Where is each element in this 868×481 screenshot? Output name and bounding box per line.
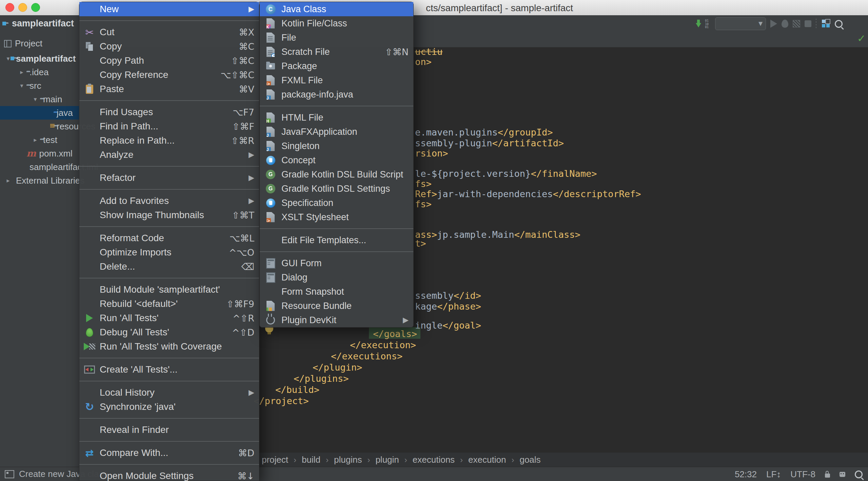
menu-item-open-module-settings[interactable]: Open Module Settings⌘↓ xyxy=(79,469,259,481)
run-configuration-select[interactable] xyxy=(715,17,766,30)
menu-item-label: Find in Path... xyxy=(100,121,158,132)
submenu-item-plugin-devkit[interactable]: Plugin DevKit▶ xyxy=(260,313,413,327)
tree-item-resources[interactable]: resources xyxy=(0,120,79,133)
menu-item-find-in-path[interactable]: Find in Path...⇧⌘F xyxy=(79,119,259,133)
menu-item-label: Compare With... xyxy=(100,447,168,458)
menu-item-run-all-tests[interactable]: Run 'All Tests'^⇧R xyxy=(79,311,259,325)
menu-item-copy[interactable]: Copy⌘C xyxy=(79,39,259,54)
submenu-item-gradle-kotlin-dsl-build-script[interactable]: Gradle Kotlin DSL Build Script xyxy=(260,167,413,182)
status-search-icon[interactable] xyxy=(855,470,863,478)
tree-item-external-libraries[interactable]: ▸External Libraries xyxy=(0,174,79,187)
update-project-icon[interactable]: 01 10 01 xyxy=(696,18,711,29)
menu-item-synchronize-java[interactable]: Synchronize 'java' xyxy=(79,400,259,414)
chevron-down-icon[interactable]: ▾ xyxy=(17,82,26,89)
menu-separator xyxy=(79,222,259,231)
submenu-item-dialog[interactable]: Dialog xyxy=(260,270,413,285)
shortcut-label: ⇧⌘N xyxy=(385,47,409,57)
gradle-icon xyxy=(260,184,281,193)
menu-item-refactor[interactable]: Refactor▶ xyxy=(79,171,259,185)
menu-item-compare-with[interactable]: Compare With...⌘D xyxy=(79,446,259,460)
menu-item-new[interactable]: New▶ xyxy=(79,2,259,16)
submenu-item-package[interactable]: Package xyxy=(260,59,413,73)
coverage-icon[interactable] xyxy=(793,20,800,27)
submenu-item-java-class[interactable]: Java Class xyxy=(260,2,413,16)
run-icon[interactable] xyxy=(770,20,777,28)
shortcut-label: ⌘↓ xyxy=(237,471,254,481)
breadcrumb-item-plugins[interactable]: plugins xyxy=(334,455,362,465)
debug-icon[interactable] xyxy=(782,20,788,28)
menu-item-optimize-imports[interactable]: Optimize Imports^⌥O xyxy=(79,245,259,259)
project-structure-icon[interactable] xyxy=(821,19,830,28)
breadcrumb-item-plugin[interactable]: plugin xyxy=(375,455,399,465)
tree-item-main[interactable]: ▾main xyxy=(0,92,79,106)
submenu-item-javafxapplication[interactable]: JJavaFXApplication xyxy=(260,125,413,139)
submenu-item-xslt-stylesheet[interactable]: <>XSLT Stylesheet xyxy=(260,210,413,224)
line-separator[interactable]: LF↕ xyxy=(766,469,781,480)
chevron-right-icon[interactable]: ▸ xyxy=(3,177,13,184)
menu-item-reveal-in-finder[interactable]: Reveal in Finder xyxy=(79,423,259,437)
tree-item-sampleartifact-iml[interactable]: sampleartifact.iml xyxy=(0,160,79,174)
chevron-down-icon[interactable]: ▾ xyxy=(31,96,40,103)
tree-item-java[interactable]: java xyxy=(0,106,79,120)
tree-item-src[interactable]: ▾src xyxy=(0,79,79,92)
chevron-right-icon[interactable]: ▸ xyxy=(31,136,40,144)
breadcrumb-item-goals[interactable]: goals xyxy=(519,455,540,465)
menu-item-find-usages[interactable]: Find Usages⌥F7 xyxy=(79,105,259,119)
chevron-right-icon[interactable]: ▸ xyxy=(17,68,26,76)
menu-separator xyxy=(260,247,413,256)
menu-item-replace-in-path[interactable]: Replace in Path...⇧⌘R xyxy=(79,133,259,148)
menu-item-local-history[interactable]: Local History▶ xyxy=(79,385,259,400)
breadcrumb-item-executions[interactable]: executions xyxy=(413,455,455,465)
submenu-item-singleton[interactable]: JSingleton xyxy=(260,139,413,153)
menu-item-reformat-code[interactable]: Reformat Code⌥⌘L xyxy=(79,231,259,245)
breadcrumb-item-build[interactable]: build xyxy=(302,455,320,465)
menu-item-paste[interactable]: Paste⌘V xyxy=(79,82,259,96)
lock-icon[interactable] xyxy=(825,474,830,478)
menu-item-build-module-sampleartifact[interactable]: Build Module 'sampleartifact' xyxy=(79,283,259,297)
breadcrumb-item-project[interactable]: project xyxy=(262,455,288,465)
java-file-icon: J xyxy=(260,141,281,151)
menu-item-copy-reference[interactable]: Copy Reference⌥⇧⌘C xyxy=(79,68,259,82)
menu-item-create-all-tests[interactable]: Create 'All Tests'... xyxy=(79,362,259,377)
menu-item-label: Create 'All Tests'... xyxy=(100,364,178,375)
submenu-item-kotlin-file-class[interactable]: KKotlin File/Class xyxy=(260,16,413,30)
menu-item-show-image-thumbnails[interactable]: Show Image Thumbnails⇧⌘T xyxy=(79,208,259,222)
menu-item-rebuild-default[interactable]: Rebuild '<default>'⇧⌘F9 xyxy=(79,297,259,311)
submenu-item-gui-form[interactable]: GUI Form xyxy=(260,256,413,270)
submenu-item-scratch-file[interactable]: Scratch File⇧⌘N xyxy=(260,45,413,59)
menu-item-copy-path[interactable]: Copy Path⇧⌘C xyxy=(79,54,259,68)
tree-item-test[interactable]: ▸test xyxy=(0,133,79,147)
submenu-item-package-info-java[interactable]: Jpackage-info.java xyxy=(260,87,413,102)
toolwindow-toggle-icon[interactable] xyxy=(5,470,14,478)
submenu-item-html-file[interactable]: HHTML File xyxy=(260,110,413,125)
submenu-item-concept[interactable]: Concept xyxy=(260,153,413,167)
submenu-item-fxml-file[interactable]: <>FXML File xyxy=(260,73,413,87)
menu-item-label: JavaFXApplication xyxy=(281,127,357,137)
inspection-ok-icon[interactable]: ✓ xyxy=(857,33,866,44)
project-panel-header[interactable]: Project xyxy=(4,38,42,49)
submenu-item-resource-bundle[interactable]: Resource Bundle xyxy=(260,299,413,313)
search-everywhere-icon[interactable] xyxy=(835,20,843,28)
breadcrumb-item-execution[interactable]: execution xyxy=(468,455,506,465)
navigation-bar[interactable]: sampleartifact xyxy=(5,18,74,29)
tree-item-pom-xml[interactable]: pom.xml xyxy=(0,147,79,160)
zoom-button[interactable] xyxy=(31,3,40,12)
menu-item-cut[interactable]: Cut⌘X xyxy=(79,25,259,39)
menu-item-add-to-favorites[interactable]: Add to Favorites▶ xyxy=(79,194,259,208)
minimize-button[interactable] xyxy=(18,3,27,12)
menu-item-debug-all-tests[interactable]: Debug 'All Tests'^⇧D xyxy=(79,325,259,339)
menu-item-delete[interactable]: Delete...⌫ xyxy=(79,259,259,274)
submenu-item-file[interactable]: File xyxy=(260,30,413,45)
file-encoding[interactable]: UTF-8 xyxy=(790,469,815,480)
submenu-item-gradle-kotlin-dsl-settings[interactable]: Gradle Kotlin DSL Settings xyxy=(260,182,413,196)
submenu-item-specification[interactable]: Specification xyxy=(260,196,413,210)
menu-item-analyze[interactable]: Analyze▶ xyxy=(79,148,259,162)
caret-position[interactable]: 52:32 xyxy=(735,469,757,480)
close-button[interactable] xyxy=(5,3,14,12)
hector-icon[interactable] xyxy=(840,472,845,477)
submenu-item-form-snapshot[interactable]: Form Snapshot xyxy=(260,285,413,299)
submenu-item-edit-file-templates[interactable]: Edit File Templates... xyxy=(260,233,413,247)
tree-item-sampleartifact[interactable]: ▾sampleartifact xyxy=(0,52,79,65)
tree-item-idea[interactable]: ▸.idea xyxy=(0,65,79,79)
menu-item-run-all-tests-with-coverage[interactable]: Run 'All Tests' with Coverage xyxy=(79,339,259,354)
